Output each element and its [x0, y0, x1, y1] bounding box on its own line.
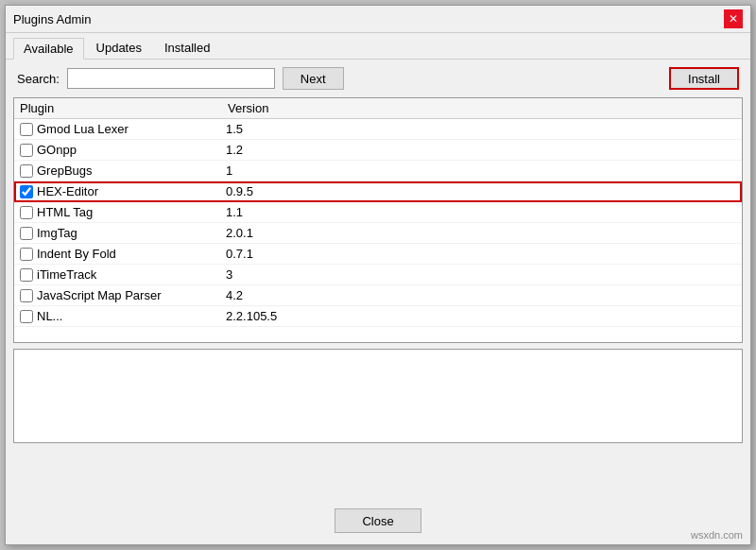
tab-updates[interactable]: Updates — [86, 37, 152, 59]
plugin-checkbox[interactable] — [20, 123, 33, 136]
plugin-name: HEX-Editor — [37, 184, 226, 198]
table-row[interactable]: JavaScript Map Parser4.2 — [14, 285, 742, 306]
plugin-version: 1.1 — [226, 205, 736, 219]
plugin-version: 1.2 — [226, 143, 736, 157]
plugin-checkbox[interactable] — [20, 227, 33, 240]
table-row[interactable]: Indent By Fold0.7.1 — [14, 244, 742, 265]
plugin-list-scroll[interactable]: Gmod Lua Lexer1.5GOnpp1.2GrepBugs1HEX-Ed… — [14, 119, 742, 342]
plugin-checkbox[interactable] — [20, 289, 33, 302]
close-button[interactable]: ✕ — [724, 9, 743, 28]
plugin-checkbox[interactable] — [20, 206, 33, 219]
plugin-name: Indent By Fold — [37, 247, 226, 261]
plugin-name: iTimeTrack — [37, 267, 226, 282]
plugin-version: 2.0.1 — [226, 226, 736, 240]
plugin-version: 3 — [226, 267, 736, 282]
plugin-checkbox[interactable] — [20, 310, 33, 323]
plugin-version: 4.2 — [226, 288, 736, 302]
plugin-version: 1.5 — [226, 122, 736, 136]
plugin-checkbox[interactable] — [20, 144, 33, 157]
dialog-title: Plugins Admin — [13, 12, 91, 26]
plugin-version: 0.9.5 — [226, 184, 736, 198]
plugin-name: Gmod Lua Lexer — [37, 122, 226, 136]
col-plugin-header: Plugin — [20, 101, 228, 115]
plugin-checkbox[interactable] — [20, 268, 33, 282]
table-row[interactable]: Gmod Lua Lexer1.5 — [14, 119, 742, 140]
plugin-name: NL... — [37, 309, 226, 323]
tab-installed[interactable]: Installed — [154, 37, 220, 59]
next-button[interactable]: Next — [283, 67, 344, 90]
plugin-name: GrepBugs — [37, 163, 226, 178]
tabs-container: Available Updates Installed — [6, 33, 750, 60]
table-row[interactable]: HTML Tag1.1 — [14, 202, 742, 223]
install-button[interactable]: Install — [669, 67, 739, 90]
watermark: wsxdn.com — [691, 529, 743, 541]
plugin-name: HTML Tag — [37, 205, 226, 219]
plugins-admin-dialog: Plugins Admin ✕ Available Updates Instal… — [5, 5, 751, 545]
close-dialog-button[interactable]: Close — [335, 508, 421, 533]
table-row[interactable]: NL...2.2.105.5 — [14, 306, 742, 327]
plugin-checkbox[interactable] — [20, 164, 33, 178]
search-label: Search: — [17, 72, 60, 86]
table-row[interactable]: GrepBugs1 — [14, 161, 742, 181]
plugin-version: 1 — [226, 163, 736, 178]
table-row[interactable]: GOnpp1.2 — [14, 140, 742, 161]
toolbar: Search: Next Install — [6, 60, 750, 97]
plugin-name: ImgTag — [37, 226, 226, 240]
plugin-name: GOnpp — [37, 143, 226, 157]
plugin-checkbox[interactable] — [20, 185, 33, 198]
content-area: Plugin Version Gmod Lua Lexer1.5GOnpp1.2… — [6, 97, 750, 499]
col-version-header: Version — [228, 101, 736, 115]
table-row[interactable]: HEX-Editor0.9.5 — [14, 181, 742, 202]
table-row[interactable]: iTimeTrack3 — [14, 265, 742, 285]
plugin-checkbox[interactable] — [20, 248, 33, 261]
search-input[interactable] — [67, 68, 275, 89]
plugin-list-container: Plugin Version Gmod Lua Lexer1.5GOnpp1.2… — [13, 97, 743, 343]
plugin-name: JavaScript Map Parser — [37, 288, 226, 302]
table-row[interactable]: ImgTag2.0.1 — [14, 223, 742, 244]
plugin-version: 0.7.1 — [226, 247, 736, 261]
list-header: Plugin Version — [14, 98, 742, 119]
description-container — [13, 349, 743, 443]
tab-available[interactable]: Available — [13, 38, 84, 60]
plugin-version: 2.2.105.5 — [226, 309, 736, 323]
footer: Close — [6, 499, 750, 544]
title-bar: Plugins Admin ✕ — [6, 6, 750, 33]
